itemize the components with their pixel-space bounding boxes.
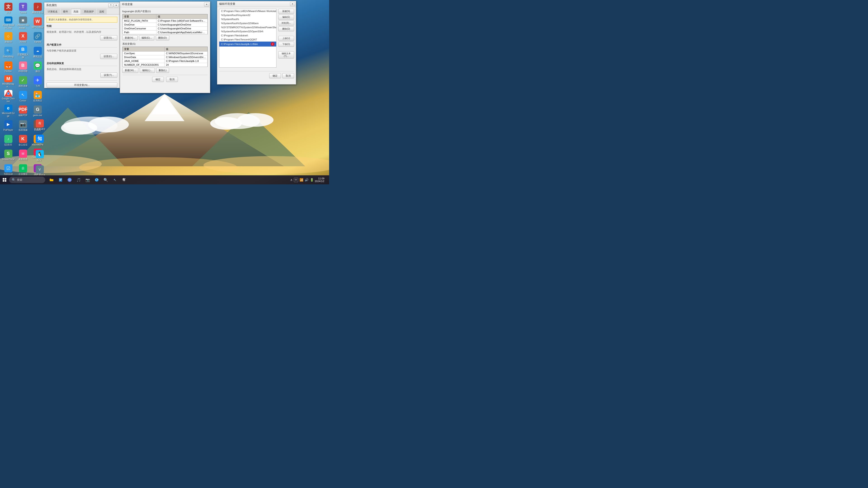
icon-zhihu[interactable]: 知 知乎 — [32, 133, 47, 148]
edit-text-btn[interactable]: 编辑文本(T)... — [278, 51, 294, 59]
battery-icon[interactable]: 🔋 — [310, 178, 314, 182]
taskbar-app-files[interactable] — [57, 176, 65, 184]
icon-tencent-cloud[interactable]: ☁ 腾讯云点 — [30, 45, 45, 60]
list-item[interactable]: C:\Program Files\Tencent\QQNT — [219, 37, 276, 41]
table-row[interactable]: OneDriveConsumer C:\Users\liuguanglei\On… — [123, 27, 208, 31]
icon-feishu[interactable]: ✈ 飞书 — [30, 74, 45, 89]
taskbar-app-edge[interactable] — [93, 176, 101, 184]
icon-mindmanager[interactable]: M MindManage... — [1, 74, 16, 89]
icon-appstore2[interactable]: 🏪 应用商店 — [30, 89, 45, 104]
taskbar-app-youdao[interactable]: 有 — [120, 176, 128, 184]
user-profiles-settings-btn[interactable]: 设置(E)... — [100, 54, 117, 59]
env-vars-cancel-btn[interactable]: 取消 — [166, 77, 178, 82]
table-row[interactable]: ComSpec C:\WINDOWS\system32\cmd.exe — [123, 52, 208, 55]
table-row[interactable]: TEMP C:\Users\liuguanglei\AppData\Local\… — [123, 34, 208, 35]
user-vars-table-container[interactable]: 变量 值 MOZ_PLUGIN_PATH C:\Program Files (x… — [122, 14, 208, 34]
table-row[interactable]: JAVA_HOME C:\Program Files\Java\jdk-1.8 — [123, 59, 208, 63]
icon-wps[interactable]: W WPS Office — [30, 15, 45, 30]
icon-potplayer[interactable]: ▶ PotPlayer — [1, 119, 16, 133]
sys-props-help-btn[interactable]: ? — [108, 3, 113, 7]
icon-meitumxiu[interactable]: M 美图秀秀 — [16, 148, 30, 162]
tab-hardware[interactable]: 硬件 — [61, 9, 70, 14]
list-item[interactable]: C:\Program Files (x86)\VMware\VMware Wor… — [219, 9, 276, 13]
user-edit-btn[interactable]: 编辑(E)... — [139, 35, 154, 40]
table-row[interactable]: DriverData C:\Windows\System32\Drivers\D… — [123, 55, 208, 59]
icon-edge[interactable]: e Microsoft Edge — [1, 104, 16, 119]
user-new-btn[interactable]: 新建(N)... — [122, 35, 138, 40]
icon-everything[interactable]: 🔍 Everything — [1, 45, 16, 60]
taskbar-app-explorer[interactable] — [48, 176, 56, 184]
perf-settings-btn[interactable]: 设置(S)... — [100, 35, 117, 40]
icon-xmind2[interactable]: 🔗 Xarlink — [30, 30, 45, 45]
startup-settings-btn[interactable]: 设置(T)... — [100, 72, 117, 78]
sys-edit-btn[interactable]: 编辑(L)... — [140, 68, 155, 73]
icon-wecom[interactable]: 企 企业微信 — [16, 162, 30, 177]
tab-advanced[interactable]: 高级 — [71, 9, 81, 14]
icon-typora[interactable]: T Typora — [16, 1, 30, 15]
icon-qq[interactable]: 🐧 QQ — [32, 148, 47, 163]
icon-youdao[interactable]: 有 有道翻译官 — [32, 118, 47, 132]
taskbar-app-camera[interactable]: 📷 — [84, 176, 92, 184]
icon-vmware[interactable]: ▣ VMware Workstati... — [16, 15, 30, 30]
sys-vars-table-container[interactable]: 变量 值 ComSpec C:\WINDOWS\system32\cmd.exe… — [122, 46, 208, 67]
icon-firefox[interactable]: 🦊 Firefox — [1, 60, 16, 74]
icon-thunder[interactable]: 📷 迅雷视频 — [16, 119, 30, 133]
list-item[interactable]: %SystemRoot%\system32 — [219, 13, 276, 17]
list-item[interactable]: %SystemRoot%\System32\Wbem — [219, 21, 276, 25]
icon-qqmusic[interactable]: ♪ QQ音乐 — [1, 133, 16, 148]
icon-todolist[interactable]: ☑ ToDoList — [1, 162, 16, 177]
list-item[interactable]: %SYSTEMROOT%\System32\WindowsPowerShell\… — [219, 25, 276, 29]
env-vars-close-btn[interactable]: ✕ — [204, 2, 209, 6]
icon-wps-writer[interactable]: 文 文字 — [1, 1, 16, 15]
icon-bilibili[interactable]: B 哔哩哔哩 — [16, 60, 30, 74]
sys-props-close-btn[interactable]: ✕ — [114, 3, 119, 7]
taskbar-search[interactable]: 🔍 搜索 — [9, 177, 45, 183]
icon-chrome[interactable]: Google Chrome — [1, 89, 16, 104]
icon-jinshan[interactable]: K 金山会议 — [16, 133, 30, 148]
taskbar-clock[interactable]: 11:09 2024/1/2 — [315, 177, 324, 183]
wifi-icon[interactable]: 📶 — [300, 178, 303, 182]
edit-down-btn[interactable]: 下移(O) — [278, 42, 294, 47]
icon-dida[interactable]: ✓ 滴答清单 — [16, 74, 30, 89]
sys-delete-btn[interactable]: 删除(L) — [156, 68, 169, 73]
icon-pdf[interactable]: PDF 福昕PDF — [16, 104, 30, 119]
tab-remote[interactable]: 远程 — [97, 9, 107, 14]
icon-netease-music[interactable]: ♪ 网易云音乐 — [30, 1, 45, 15]
keyboard-icon[interactable]: 中 — [294, 178, 298, 182]
table-row[interactable]: Path C:\Users\liuguanglei\AppData\Local\… — [123, 31, 208, 34]
icon-drawio[interactable]: ◇ draw.io — [1, 30, 16, 45]
chevron-up-icon[interactable]: ∧ — [290, 178, 292, 182]
edit-env-ok-btn[interactable]: 确定 — [269, 73, 281, 78]
speaker-icon[interactable]: 🔊 — [305, 178, 309, 182]
list-item[interactable]: C:\Program Files\dotnet\ — [219, 33, 276, 37]
env-vars-btn[interactable]: 环境变量(N)... — [46, 83, 117, 88]
edit-browse-btn[interactable]: 浏览(B)... — [278, 21, 294, 26]
tab-sys-protect[interactable]: 系统保护 — [81, 9, 96, 14]
table-row[interactable]: MOZ_PLUGIN_PATH C:\Program Files (x86)\F… — [123, 19, 208, 23]
taskbar-app-search[interactable]: 🔍 — [102, 176, 110, 184]
tab-computer-name[interactable]: 计算机名 — [45, 9, 60, 14]
env-vars-ok-btn[interactable]: 确定 — [152, 77, 164, 82]
icon-geek[interactable]: G geek.exe — [30, 104, 45, 119]
edit-up-btn[interactable]: 上移(U) — [278, 36, 294, 41]
edit-delete-btn[interactable]: 删除(D) — [278, 26, 294, 31]
list-item[interactable]: %SystemRoot%\System32\OpenSSH\ — [219, 29, 276, 33]
edit-env-list[interactable]: C:\Program Files (x86)\VMware\VMware Wor… — [219, 9, 276, 68]
icon-cursor[interactable]: ↖ Cursor — [16, 89, 30, 104]
sys-new-btn[interactable]: 新建(W)... — [122, 68, 138, 73]
icon-vscode[interactable]: ⌨ Visual Studio Code — [1, 15, 16, 30]
edit-new-btn[interactable]: 新建(N) — [278, 9, 294, 14]
taskbar-app-music[interactable]: 🎵 — [74, 176, 83, 184]
list-item[interactable]: %SystemRoot% — [219, 17, 276, 21]
list-item-selected[interactable]: C:\Program Files\Java\jdk-1.8\bin 2 — [219, 41, 276, 46]
edit-env-cancel-btn[interactable]: 取消 — [282, 73, 294, 78]
icon-xmind[interactable]: X Xmind — [16, 30, 30, 45]
edit-edit-btn[interactable]: 编辑(E) — [278, 15, 294, 20]
icon-wechat[interactable]: 💬 微信 — [30, 60, 45, 74]
user-delete-btn[interactable]: 删除(D) — [156, 35, 169, 40]
taskbar-app-chrome[interactable] — [66, 176, 74, 184]
table-row[interactable]: NUMBER_OF_PROCESSORS 24 — [123, 63, 208, 67]
taskbar-app-cursor2[interactable]: ↖ — [111, 176, 119, 184]
icon-screentogif[interactable]: S ScreenToGif — [1, 148, 16, 162]
table-row[interactable]: OneDrive C:\Users\liuguanglei\OneDrive — [123, 23, 208, 27]
